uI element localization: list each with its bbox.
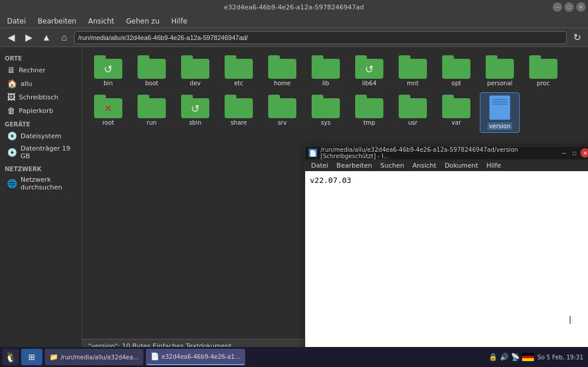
folder-icon-proc	[529, 55, 557, 79]
sidebar-item-netzwerk[interactable]: 🌐 Netzwerk durchsuchen	[2, 174, 79, 193]
editor-menu-bearbeiten[interactable]: Bearbeiten	[333, 161, 375, 170]
up-button[interactable]: ▲	[39, 30, 54, 45]
editor-title-text: /run/media/allu/e32d4ea6-46b9-4e26-a12a-…	[320, 146, 559, 159]
file-label-dev: dev	[190, 80, 201, 86]
sidebar-item-papierkorb[interactable]: 🗑 Papierkorb	[2, 104, 79, 117]
file-item-boot[interactable]: boot	[132, 53, 172, 89]
toolbar: ◀ ▶ ▲ ⌂ ↻	[0, 28, 588, 47]
taskbar-filemanager-label: /run/media/allu/e32d4ea...	[61, 354, 139, 361]
menu-bearbeiten[interactable]: Bearbeiten	[33, 16, 81, 26]
sidebar-item-rechner[interactable]: 🖥 Rechner	[2, 64, 79, 76]
file-item-sys[interactable]: sys	[306, 92, 346, 133]
file-area: ↺ bin boot dev	[82, 47, 588, 353]
audio-tray-icon[interactable]: 🔊	[500, 353, 509, 361]
file-item-dev[interactable]: dev	[175, 53, 215, 89]
file-label-boot: boot	[145, 80, 159, 86]
file-item-root[interactable]: ✕ root	[88, 92, 128, 133]
file-item-srv[interactable]: srv	[262, 92, 302, 133]
file-item-run[interactable]: run	[132, 92, 172, 133]
file-label-srv: srv	[278, 119, 286, 126]
editor-text: v22.07.03	[310, 176, 351, 185]
file-item-lib[interactable]: lib	[306, 53, 346, 89]
taskbar-item-texteditor[interactable]: 📄 e32d4ea6-46b9-4e26-a1...	[146, 349, 245, 365]
editor-menu-suchen[interactable]: Suchen	[377, 161, 408, 170]
taskbar-start-button[interactable]: 🐧	[2, 349, 19, 365]
editor-menu-dokument[interactable]: Dokument	[441, 161, 482, 170]
text-file-container-version	[488, 95, 512, 121]
folder-icon-home	[268, 55, 296, 79]
close-button[interactable]: ✕	[576, 2, 586, 12]
file-grid: ↺ bin boot dev	[88, 53, 582, 133]
lock-tray-icon[interactable]: 🔒	[489, 353, 497, 361]
sidebar-item-datentraeger[interactable]: 💿 Datenträger 19 GB	[2, 143, 79, 162]
network-tray-icon[interactable]: 📡	[511, 353, 520, 361]
keyboard-layout-flag[interactable]	[522, 353, 534, 361]
editor-maximize-button[interactable]: □	[570, 148, 579, 158]
menu-ansicht[interactable]: Ansicht	[83, 16, 119, 26]
editor-close-button[interactable]: ✕	[580, 148, 588, 158]
folder-icon-sbin: ↺	[181, 95, 209, 118]
menu-gehen-zu[interactable]: Gehen zu	[121, 16, 164, 26]
file-item-bin[interactable]: ↺ bin	[88, 53, 128, 89]
file-label-proc: proc	[537, 80, 550, 86]
editor-title-bar: 📄 /run/media/allu/e32d4ea6-46b9-4e26-a12…	[305, 146, 588, 159]
file-label-lib: lib	[322, 80, 329, 86]
desktop-icon: 🖼	[7, 92, 15, 102]
folder-icon-run	[138, 95, 166, 118]
network-icon: 🌐	[7, 179, 17, 188]
win-icon: ⊞	[28, 352, 35, 362]
file-item-var[interactable]: var	[436, 92, 476, 133]
editor-menu-hilfe[interactable]: Hilfe	[483, 161, 505, 170]
file-item-etc[interactable]: etc	[219, 53, 259, 89]
sidebar-section-orte: Orte	[0, 52, 82, 63]
file-item-home[interactable]: home	[262, 53, 302, 89]
editor-window: 📄 /run/media/allu/e32d4ea6-46b9-4e26-a12…	[305, 146, 588, 353]
menu-hilfe[interactable]: Hilfe	[166, 16, 192, 26]
editor-cursor	[570, 316, 570, 324]
file-item-version[interactable]: version	[480, 92, 520, 133]
sidebar-item-schreibtisch[interactable]: 🖼 Schreibtisch	[2, 91, 79, 104]
editor-content[interactable]: v22.07.03	[305, 171, 588, 353]
folder-icon-var	[442, 95, 470, 118]
file-item-personal[interactable]: personal	[480, 53, 520, 89]
file-item-share[interactable]: share	[219, 92, 259, 133]
home-button[interactable]: ⌂	[56, 30, 72, 45]
start-icon: 🐧	[5, 352, 16, 363]
taskbar-right: 🔒 🔊 📡 So 5 Feb, 19:31	[489, 353, 586, 361]
editor-minimize-button[interactable]: ─	[559, 148, 569, 158]
menu-bar: Datei Bearbeiten Ansicht Gehen zu Hilfe	[0, 14, 588, 28]
file-item-lib64[interactable]: ↺ lib64	[349, 53, 389, 89]
editor-menu-ansicht[interactable]: Ansicht	[409, 161, 440, 170]
file-item-mnt[interactable]: mnt	[393, 53, 433, 89]
maximize-button[interactable]: □	[564, 2, 574, 12]
sidebar-item-allu[interactable]: 🏠 allu	[2, 77, 79, 90]
file-label-etc: etc	[234, 80, 243, 86]
refresh-button[interactable]: ↻	[569, 30, 584, 45]
menu-datei[interactable]: Datei	[2, 16, 31, 26]
file-item-tmp[interactable]: tmp	[349, 92, 389, 133]
forward-button[interactable]: ▶	[21, 30, 36, 45]
clock-datetime: So 5 Feb, 19:31	[537, 354, 583, 361]
title-bar: e32d4ea6-46b9-4e26-a12a-5978246947ad ─ □…	[0, 0, 588, 14]
minimize-button[interactable]: ─	[553, 2, 562, 12]
file-label-bin: bin	[103, 80, 112, 86]
filemanager-taskbar-icon: 📁	[49, 353, 58, 361]
address-bar[interactable]	[74, 31, 567, 44]
folder-icon-mnt	[399, 55, 427, 79]
sidebar-label-netzwerk: Netzwerk durchsuchen	[21, 176, 75, 191]
sidebar-label-allu: allu	[21, 80, 32, 88]
taskbar-win-button[interactable]: ⊞	[21, 349, 42, 365]
back-button[interactable]: ◀	[4, 30, 19, 45]
file-item-usr[interactable]: usr	[393, 92, 433, 133]
home-icon: 🏠	[7, 79, 17, 88]
taskbar-texteditor-label: e32d4ea6-46b9-4e26-a1...	[162, 353, 240, 360]
file-item-opt[interactable]: opt	[436, 53, 476, 89]
trash-icon: 🗑	[7, 106, 15, 115]
taskbar-item-filemanager[interactable]: 📁 /run/media/allu/e32d4ea...	[45, 349, 143, 365]
file-item-sbin[interactable]: ↺ sbin	[175, 92, 215, 133]
editor-menu-datei[interactable]: Datei	[308, 161, 332, 170]
file-item-proc[interactable]: proc	[523, 53, 563, 89]
file-label-version: version	[487, 122, 513, 130]
folder-icon-boot	[138, 55, 166, 79]
sidebar-item-dateisystem[interactable]: 💿 Dateisystem	[2, 129, 79, 142]
